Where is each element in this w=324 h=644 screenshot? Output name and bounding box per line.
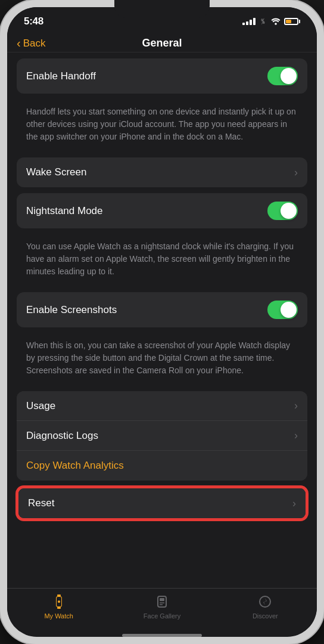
face-gallery-icon <box>154 593 170 610</box>
diagnostics-section: Usage › Diagnostic Logs › Copy Watch Ana… <box>17 391 307 481</box>
usage-label: Usage <box>26 400 55 412</box>
screenshots-label: Enable Screenshots <box>26 304 117 316</box>
wake-screen-chevron-icon: › <box>294 166 298 179</box>
svg-rect-3 <box>57 595 61 596</box>
handoff-row[interactable]: Enable Handoff <box>17 58 307 94</box>
svg-rect-6 <box>158 596 166 607</box>
nightstand-label: Nightstand Mode <box>26 205 103 217</box>
wake-screen-row[interactable]: Wake Screen › <box>17 157 307 187</box>
status-time: 5:48 <box>24 16 43 27</box>
battery-icon <box>284 18 300 25</box>
back-button[interactable]: ‹ Back <box>17 37 45 50</box>
svg-rect-4 <box>57 607 61 609</box>
nightstand-row[interactable]: Nightstand Mode <box>17 193 307 228</box>
wifi-icon <box>271 18 281 25</box>
screenshots-toggle[interactable] <box>267 301 298 319</box>
settings-content[interactable]: Enable Handoff Handoff lets you start so… <box>7 52 317 588</box>
svg-point-0 <box>275 23 277 25</box>
toggle-thumb <box>281 68 297 84</box>
svg-marker-11 <box>263 598 267 605</box>
wifi-icon: ﹪ <box>259 16 267 27</box>
handoff-description: Handoff lets you start something on one … <box>17 100 307 151</box>
screenshots-description: When this is on, you can take a screensh… <box>17 333 307 385</box>
tab-bar: My Watch Face Gallery <box>7 588 317 631</box>
nightstand-toggle[interactable] <box>267 202 298 220</box>
toggle-thumb <box>281 302 297 318</box>
nightstand-section: Nightstand Mode <box>17 193 307 228</box>
wake-screen-section: Wake Screen › <box>17 157 307 187</box>
screenshots-row[interactable]: Enable Screenshots <box>17 292 307 327</box>
toggle-thumb <box>281 203 297 219</box>
discover-tab-label: Discover <box>253 612 278 620</box>
reset-chevron-icon: › <box>292 497 296 510</box>
back-chevron-icon: ‹ <box>17 36 21 50</box>
phone-screen: 5:48 ﹪ <box>7 7 317 637</box>
reset-row[interactable]: Reset › <box>18 488 306 518</box>
status-icons: ﹪ <box>242 16 300 27</box>
tab-discover[interactable]: Discover <box>214 593 317 620</box>
copy-watch-analytics-row[interactable]: Copy Watch Analytics <box>17 451 307 481</box>
discover-icon <box>257 593 273 610</box>
reset-section: Reset › <box>17 487 307 520</box>
handoff-section: Enable Handoff <box>17 58 307 94</box>
usage-chevron-icon: › <box>294 400 298 412</box>
nav-bar: ‹ Back General <box>7 32 317 52</box>
diagnostic-logs-chevron-icon: › <box>294 429 298 442</box>
back-label: Back <box>23 38 46 49</box>
face-gallery-tab-label: Face Gallery <box>144 612 180 620</box>
svg-point-5 <box>58 600 60 603</box>
phone-frame: 5:48 ﹪ <box>0 0 324 644</box>
handoff-label: Enable Handoff <box>26 70 96 82</box>
my-watch-tab-label: My Watch <box>44 612 73 620</box>
diagnostic-logs-label: Diagnostic Logs <box>26 430 98 442</box>
home-indicator <box>122 634 202 637</box>
diagnostic-logs-row[interactable]: Diagnostic Logs › <box>17 421 307 451</box>
tab-face-gallery[interactable]: Face Gallery <box>110 593 213 620</box>
my-watch-icon <box>51 593 67 610</box>
usage-row[interactable]: Usage › <box>17 391 307 421</box>
nightstand-description: You can use Apple Watch as a nightstand … <box>17 234 307 286</box>
tab-my-watch[interactable]: My Watch <box>7 593 110 620</box>
screenshots-section: Enable Screenshots <box>17 292 307 327</box>
copy-watch-analytics-label: Copy Watch Analytics <box>26 460 124 472</box>
handoff-toggle[interactable] <box>267 67 298 85</box>
notch <box>114 0 210 18</box>
page-title: General <box>142 37 182 49</box>
wake-screen-label: Wake Screen <box>26 166 86 178</box>
svg-rect-7 <box>160 598 164 601</box>
signal-icon <box>242 18 256 25</box>
reset-label: Reset <box>28 497 54 509</box>
